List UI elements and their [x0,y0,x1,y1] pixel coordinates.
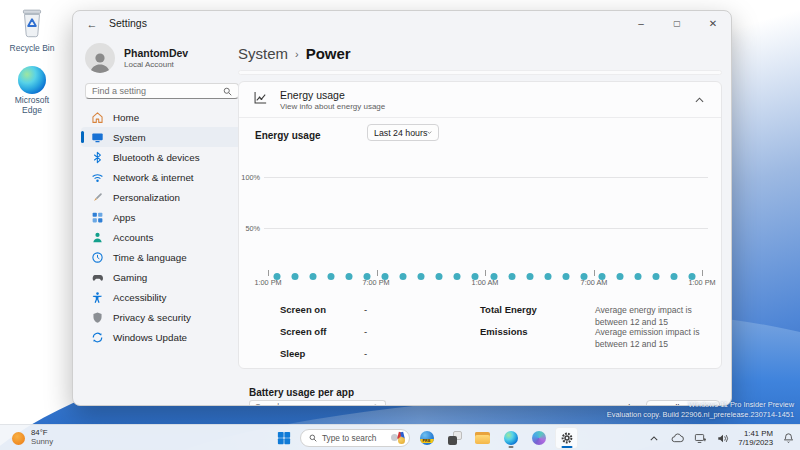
breadcrumb-separator-icon: › [295,48,299,60]
weather-condition: Sunny [31,438,53,447]
gamepad-icon [91,271,104,284]
stat-screen-on-value: - [364,304,367,315]
sidebar-item-accessibility[interactable]: Accessibility [81,287,243,307]
x-axis-label: 1:00 PM [254,278,281,287]
desktop-icon-label: Recycle Bin [10,44,55,54]
search-icon [372,398,380,406]
energy-dot [562,273,569,280]
sidebar-item-personalization[interactable]: Personalization [81,187,243,207]
energy-dot [508,273,515,280]
taskbar-search[interactable]: Type to search [300,429,410,447]
taskbar-search-placeholder: Type to search [322,433,386,443]
sidebar-item-privacy-security[interactable]: Privacy & security [81,307,243,327]
energy-dot [436,273,443,280]
personalization-icon [91,191,104,204]
energy-dot [454,273,461,280]
sidebar-item-home[interactable]: Home [81,107,243,127]
start-button[interactable] [272,427,295,449]
taskbar-file-explorer[interactable] [471,427,494,449]
battery-search-box[interactable] [249,400,386,406]
energy-usage-card: Energy usage View info about energy usag… [238,81,722,369]
sidebar-item-gaming[interactable]: Gaming [81,267,243,287]
maximize-button[interactable]: ▢ [659,11,695,35]
scrolled-card-edge [238,70,722,75]
search-highlight-medal-icon [391,431,405,445]
card-subtitle: View info about energy usage [280,102,385,111]
desktop: Recycle Bin Microsoft Edge ← Settings – … [0,0,800,450]
sidebar-item-label: Privacy & security [113,312,191,323]
recycle-bin-icon [19,8,45,42]
sidebar-item-system[interactable]: System [81,127,243,147]
evaluation-watermark: Windows 11 Pro Insider Preview Evaluatio… [607,400,794,421]
tick-mark [268,270,269,276]
sidebar-item-label: Gaming [113,272,147,283]
sidebar-item-time-language[interactable]: Time & language [81,247,243,267]
windows-logo-icon [277,431,291,445]
taskbar-insider-pre-app[interactable]: PRE [415,427,438,449]
account-profile[interactable]: PhantomDev Local Account [85,43,188,73]
sidebar-item-network-internet[interactable]: Network & internet [81,167,243,187]
sidebar-item-apps[interactable]: Apps [81,207,243,227]
search-icon [309,434,317,442]
taskbar: 84°F Sunny Type to search PRE [0,424,800,450]
update-icon [91,331,104,344]
x-axis-label: 7:00 AM [581,278,608,287]
account-type: Local Account [124,60,188,69]
sidebar-item-label: Network & internet [113,172,194,183]
card-title: Energy usage [280,89,385,101]
copilot-icon [532,431,546,445]
sidebar-item-label: Accounts [113,232,153,243]
sidebar-item-label: Bluetooth & devices [113,152,200,163]
display-cast-icon[interactable] [692,430,708,446]
settings-search-box[interactable] [85,83,239,99]
energy-dot [616,273,623,280]
sidebar-item-label: Time & language [113,252,187,263]
energy-dot [310,273,317,280]
titlebar[interactable]: ← Settings – ▢ ✕ [73,11,731,37]
close-button[interactable]: ✕ [695,11,731,35]
minimize-button[interactable]: – [623,11,659,35]
watermark-line1: Windows 11 Pro Insider Preview [607,400,794,411]
accessibility-icon [91,291,104,304]
breadcrumb-system[interactable]: System [238,45,288,62]
bluetooth-icon [91,151,104,164]
notification-bell-icon[interactable] [780,430,796,446]
sidebar-item-bluetooth-devices[interactable]: Bluetooth & devices [81,147,243,167]
sidebar-item-windows-update[interactable]: Windows Update [81,327,243,347]
insider-pre-icon: PRE [420,431,434,445]
main-content: System › Power Energy usage View info ab… [238,37,722,405]
gridline-100 [264,177,708,178]
stat-screen-off-value: - [364,326,367,337]
weather-widget[interactable]: 84°F Sunny [6,427,59,449]
battery-search-input[interactable] [255,402,372,406]
desktop-icon-recycle-bin[interactable]: Recycle Bin [3,8,61,54]
taskbar-edge[interactable] [499,427,522,449]
clock-icon [91,251,104,264]
taskbar-settings[interactable] [555,427,578,449]
onedrive-cloud-icon[interactable] [669,430,685,446]
time-range-dropdown[interactable]: Last 24 hours [367,124,439,141]
energy-card-header[interactable]: Energy usage View info about energy usag… [239,82,721,118]
back-button[interactable]: ← [83,15,101,33]
desktop-icon-microsoft-edge[interactable]: Microsoft Edge [3,66,61,116]
chevron-up-icon[interactable] [691,92,707,108]
settings-search-input[interactable] [92,86,223,96]
y-axis-label-50: 50% [239,224,260,233]
gear-icon [560,431,574,445]
tray-chevron-up-icon[interactable] [646,430,662,446]
tray-time: 1:41 PM [738,429,773,438]
x-axis-label: 1:00 PM [688,278,715,287]
stat-total-energy-value: Average energy impact is between 12 and … [595,304,711,328]
taskbar-copilot[interactable] [527,427,550,449]
wifi-icon [91,171,104,184]
volume-icon[interactable] [715,430,731,446]
page-title: Power [306,45,351,62]
active-indicator [561,446,572,449]
taskbar-task-view[interactable] [443,427,466,449]
taskbar-clock[interactable]: 1:41 PM 7/19/2023 [738,429,773,448]
energy-dot [526,273,533,280]
sidebar-item-accounts[interactable]: Accounts [81,227,243,247]
sidebar-nav: Home System Bluetooth & devices Network … [81,107,243,347]
tray-date: 7/19/2023 [738,438,773,447]
energy-dot [292,273,299,280]
